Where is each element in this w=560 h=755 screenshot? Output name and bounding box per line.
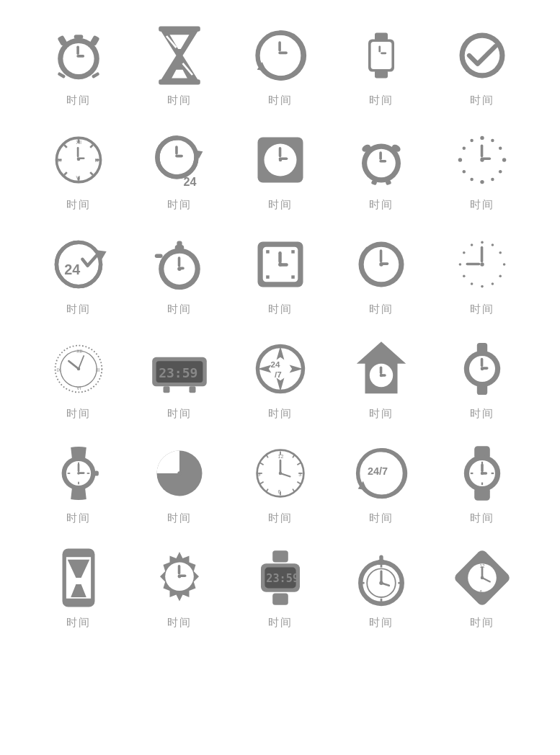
stopwatch-icon	[147, 232, 212, 297]
svg-point-204	[177, 575, 181, 578]
svg-line-167	[266, 455, 268, 458]
svg-text:VI: VI	[76, 175, 80, 180]
icon-label: 时间	[369, 198, 394, 212]
icon-label: 时间	[470, 407, 494, 421]
svg-text:23:59: 23:59	[266, 572, 299, 585]
icon-label: 时间	[369, 94, 394, 107]
icon-cell-alarm-clock2[interactable]: 时间	[331, 119, 432, 216]
svg-point-62	[480, 136, 484, 140]
icon-cell-gear-clock[interactable]: 时间	[129, 537, 230, 634]
svg-rect-23	[375, 71, 388, 79]
icon-cell-clock-check[interactable]: 时间	[432, 14, 533, 112]
icon-label: 时间	[470, 303, 494, 316]
icon-cell-24h-check[interactable]: 24 时间	[28, 223, 129, 321]
svg-rect-83	[177, 241, 182, 248]
svg-text:24: 24	[270, 359, 280, 369]
svg-text:9: 9	[463, 576, 466, 581]
svg-point-92	[278, 262, 282, 266]
svg-line-170	[266, 489, 268, 493]
diamond-clock-icon: 12 3 6 9	[450, 545, 515, 610]
svg-point-105	[502, 263, 505, 266]
icon-label: 时间	[66, 616, 91, 630]
svg-point-112	[463, 251, 466, 254]
gear-clock-icon	[147, 545, 212, 610]
icon-cell-square-clock[interactable]: 时间	[230, 119, 331, 216]
icon-cell-square-clock2[interactable]: 时间	[230, 223, 331, 321]
svg-rect-202	[177, 565, 180, 575]
svg-rect-96	[291, 275, 295, 279]
icon-label: 时间	[268, 616, 293, 630]
icon-cell-hourglass[interactable]: 时间	[129, 14, 230, 112]
icon-cell-analog-clock[interactable]: XII IX III VI 时间	[28, 328, 129, 425]
icon-label: 时间	[470, 198, 494, 212]
svg-point-69	[470, 178, 474, 182]
svg-line-33	[64, 145, 67, 148]
svg-rect-99	[379, 249, 382, 262]
svg-point-149	[480, 367, 484, 371]
svg-rect-197	[64, 550, 93, 557]
svg-rect-74	[480, 144, 483, 157]
icon-cell-clock-refresh[interactable]: 时间	[230, 14, 331, 112]
icon-grid: 时间 时间 时间	[28, 14, 533, 634]
svg-text:24/7: 24/7	[368, 465, 388, 477]
pie-clock-icon	[147, 441, 212, 506]
icon-cell-home-clock[interactable]: 时间	[331, 328, 432, 425]
svg-text:6: 6	[479, 589, 482, 594]
icon-label: 时间	[369, 511, 394, 525]
icon-label: 时间	[268, 198, 293, 212]
icon-cell-detailed-clock[interactable]: 12 9 3 6 时间	[230, 432, 331, 530]
icon-label: 时间	[268, 407, 293, 421]
svg-rect-198	[64, 599, 93, 605]
svg-rect-11	[159, 79, 200, 84]
icon-label: 时间	[369, 616, 394, 630]
svg-rect-22	[375, 33, 388, 41]
icon-cell-24-7-circle[interactable]: 24/7 时间	[331, 432, 432, 530]
icon-label: 时间	[470, 616, 494, 630]
icon-cell-smartwatch-square[interactable]: 时间	[331, 14, 432, 112]
svg-point-103	[491, 244, 494, 246]
clock-refresh-icon	[248, 23, 313, 88]
svg-rect-51	[278, 147, 281, 157]
icon-cell-digital-watch[interactable]: 23:59 时间	[230, 537, 331, 634]
24-7-circle-icon: 24/7	[349, 441, 414, 506]
icon-cell-compass-clock[interactable]: XII IX III VI 时间	[28, 119, 129, 216]
icon-cell-clock-24[interactable]: 24 时间	[129, 119, 230, 216]
icon-cell-24-7[interactable]: 24 /7 时间	[230, 328, 331, 425]
icon-cell-diamond-clock[interactable]: 12 3 6 9 时间	[432, 537, 533, 634]
icon-cell-pie-clock[interactable]: 时间	[129, 432, 230, 530]
svg-point-65	[502, 158, 505, 161]
icon-cell-stopwatch[interactable]: 时间	[129, 223, 230, 321]
svg-text:3: 3	[298, 471, 301, 478]
svg-point-70	[462, 170, 466, 174]
svg-rect-206	[272, 594, 288, 605]
home-clock-icon	[349, 336, 414, 401]
icon-cell-wristwatch[interactable]: 时间	[28, 432, 129, 530]
icon-cell-stopwatch2[interactable]: 时间	[331, 537, 432, 634]
icon-label: 时间	[167, 511, 192, 525]
hourglass-icon	[147, 23, 212, 88]
icon-cell-dotted-clock2[interactable]: 时间	[432, 223, 533, 321]
icon-cell-digital-clock[interactable]: 23:59 时间	[129, 328, 230, 425]
icon-label: 时间	[369, 407, 394, 421]
svg-line-123	[68, 361, 79, 369]
icon-label: 时间	[167, 407, 192, 421]
svg-text:VI: VI	[76, 385, 81, 390]
svg-rect-56	[379, 151, 382, 160]
icon-cell-hourglass2[interactable]: 时间	[28, 537, 129, 634]
svg-line-171	[260, 463, 264, 465]
icon-label: 时间	[66, 198, 91, 212]
icon-cell-simple-clock[interactable]: 时间	[331, 223, 432, 321]
icon-cell-watch-small[interactable]: 时间	[432, 432, 533, 530]
icon-cell-alarm-clock[interactable]: 时间	[28, 14, 129, 112]
svg-point-158	[77, 472, 80, 475]
icon-cell-round-watch[interactable]: 时间	[432, 328, 533, 425]
svg-text:/7: /7	[274, 370, 281, 379]
svg-rect-47	[175, 155, 183, 158]
icon-cell-dotted-clock[interactable]: 时间	[432, 119, 533, 216]
svg-text:IX: IX	[57, 158, 62, 163]
svg-text:12: 12	[277, 453, 283, 460]
svg-rect-85	[177, 256, 180, 267]
svg-rect-115	[466, 263, 480, 266]
svg-point-66	[498, 170, 502, 174]
svg-line-169	[293, 455, 295, 458]
